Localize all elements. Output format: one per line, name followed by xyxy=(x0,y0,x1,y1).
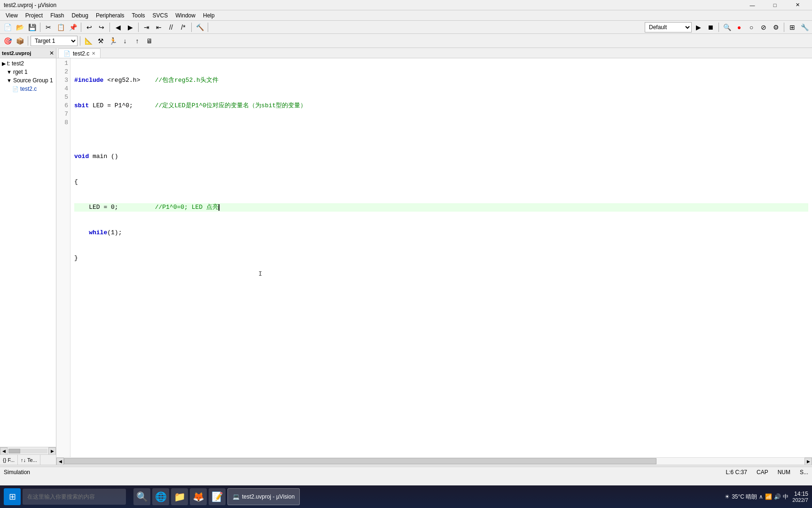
menu-flash[interactable]: Flash xyxy=(47,11,68,20)
menu-svcs[interactable]: SVCS xyxy=(149,11,172,20)
tray-network-icon[interactable]: 📶 xyxy=(765,493,772,500)
taskbar-icon-4-img: 🦊 xyxy=(193,491,204,502)
taskbar-icon-2[interactable]: 🌐 xyxy=(152,488,169,505)
debug-reset-button[interactable]: ⊘ xyxy=(758,22,769,33)
status-right: L:6 C:37 CAP NUM S... xyxy=(726,469,808,476)
tree-item-project[interactable]: ▶ t: test2 xyxy=(1,59,55,68)
undo-button[interactable]: ↩ xyxy=(84,22,95,33)
new-file-button[interactable]: 📄 xyxy=(2,22,13,33)
code-line-7: while(1); xyxy=(74,229,808,237)
taskbar-icon-5[interactable]: 📝 xyxy=(209,488,226,505)
close-button[interactable]: ✕ xyxy=(787,0,808,10)
taskbar-search-input[interactable] xyxy=(23,489,126,505)
code-line-1: #include <reg52.h> //包含reg52.h头文件 xyxy=(74,76,808,85)
code-editor[interactable]: 1 2 3 4 5 6 7 8 #include <reg52.h> //包含r… xyxy=(56,58,812,457)
code-panel: 📄 test2.c ✕ 1 2 3 4 5 6 7 8 #include <re… xyxy=(56,48,812,465)
menu-view[interactable]: View xyxy=(2,11,22,20)
status-num: NUM xyxy=(778,469,790,476)
hscroll-left-arrow[interactable]: ◀ xyxy=(56,458,64,465)
paste-button[interactable]: 📌 xyxy=(67,22,78,33)
save-button[interactable]: 💾 xyxy=(26,22,38,33)
title-bar: test2.uvproj - µVision — □ ✕ xyxy=(0,0,812,10)
indent-button[interactable]: ⇥ xyxy=(141,22,152,33)
left-panel-tabs: {} F... ↑↓ Te... xyxy=(0,454,56,465)
taskbar-icon-3[interactable]: 📁 xyxy=(171,488,188,505)
comment-button[interactable]: // xyxy=(165,22,177,33)
back-button[interactable]: ◀ xyxy=(112,22,124,33)
toolbar-sep-8 xyxy=(784,23,784,32)
build-config-select[interactable]: Default xyxy=(645,22,692,32)
debug-options-button[interactable]: ⚙ xyxy=(770,22,781,33)
toolbar2-btn2[interactable]: 📦 xyxy=(14,35,25,47)
menu-peripherals[interactable]: Peripherals xyxy=(92,11,128,20)
forward-button[interactable]: ▶ xyxy=(125,22,136,33)
redo-button[interactable]: ↪ xyxy=(96,22,107,33)
status-encoding: S... xyxy=(800,469,808,476)
toolbar2-btn4[interactable]: ⚒ xyxy=(95,35,106,47)
hscroll-right-arrow[interactable]: ▶ xyxy=(804,458,812,465)
debug-run-button[interactable]: ● xyxy=(734,22,745,33)
tray-volume-icon[interactable]: 🔊 xyxy=(774,493,781,500)
ln-4: 4 xyxy=(56,85,70,93)
menu-help[interactable]: Help xyxy=(199,11,219,20)
left-scroll-right[interactable]: ▶ xyxy=(48,447,56,455)
maximize-button[interactable]: □ xyxy=(764,0,786,10)
minimize-button[interactable]: — xyxy=(742,0,763,10)
view-options-button[interactable]: ⊞ xyxy=(787,22,798,33)
cut-button[interactable]: ✂ xyxy=(43,22,54,33)
open-button[interactable]: 📂 xyxy=(14,22,25,33)
menu-window[interactable]: Window xyxy=(172,11,199,20)
tree-item-file[interactable]: 📄 test2.c xyxy=(1,85,55,93)
debug-stop2-button[interactable]: ○ xyxy=(746,22,757,33)
left-hscroll[interactable]: ◀ ▶ xyxy=(0,447,56,454)
taskbar: ⊞ 🔍 🌐 📁 🦊 📝 💻 test2.uvproj - µVision ☀ xyxy=(0,485,812,508)
taskbar-icon-1[interactable]: 🔍 xyxy=(133,488,150,505)
left-scroll-left[interactable]: ◀ xyxy=(0,447,8,455)
code-content[interactable]: #include <reg52.h> //包含reg52.h头文件 sbit L… xyxy=(70,58,812,457)
toolbar-sep-5 xyxy=(191,23,192,32)
code-tab-test2c[interactable]: 📄 test2.c ✕ xyxy=(58,48,101,58)
toolbar1: 📄 📂 💾 ✂ 📋 📌 ↩ ↪ ◀ ▶ ⇥ ⇤ // /* 🔨 Default … xyxy=(0,21,812,34)
taskbar-active-app[interactable]: 💻 test2.uvproj - µVision xyxy=(227,488,300,505)
run-button[interactable]: ▶ xyxy=(693,22,704,33)
tree-item-target[interactable]: ▼ rget 1 xyxy=(1,68,55,76)
taskbar-icon-1-img: 🔍 xyxy=(136,491,148,502)
tab-templates[interactable]: ↑↓ Te... xyxy=(18,455,40,465)
hscroll-track xyxy=(64,458,804,465)
toolbar2-btn1[interactable]: 🎯 xyxy=(2,35,13,47)
settings-button[interactable]: 🔧 xyxy=(799,22,810,33)
menu-debug[interactable]: Debug xyxy=(68,11,92,20)
code-line-2: sbit LED = P1^0; //定义LED是P1^0位对应的变量名（为sb… xyxy=(74,102,808,110)
taskbar-start-area: ⊞ xyxy=(4,488,126,505)
search-button[interactable]: 🔍 xyxy=(721,22,733,33)
tree-item-source-group[interactable]: ▼ Source Group 1 xyxy=(1,76,55,85)
build-button[interactable]: 🔨 xyxy=(194,22,205,33)
toolbar-sep-7 xyxy=(718,23,719,32)
source-group-label: Source Group 1 xyxy=(13,77,53,84)
taskbar-icon-4[interactable]: 🦊 xyxy=(190,488,207,505)
start-button[interactable]: ⊞ xyxy=(4,488,21,505)
menu-tools[interactable]: Tools xyxy=(128,11,149,20)
code-line-5: { xyxy=(74,178,808,186)
tab-functions[interactable]: {} F... xyxy=(0,455,18,465)
target-select[interactable]: Target 1 xyxy=(31,36,78,46)
code-hscroll[interactable]: ◀ ▶ xyxy=(56,457,812,465)
uncomment-button[interactable]: /* xyxy=(178,22,189,33)
tray-lang[interactable]: 中 xyxy=(783,493,789,501)
tray-expand-icon[interactable]: ∧ xyxy=(759,493,763,500)
toolbar2-btn3[interactable]: 📐 xyxy=(83,35,94,47)
toolbar2-btn8[interactable]: 🖥 xyxy=(144,35,155,47)
outdent-button[interactable]: ⇤ xyxy=(153,22,164,33)
toolbar2-btn5[interactable]: 🏃 xyxy=(107,35,118,47)
stop-button[interactable]: ⏹ xyxy=(705,22,716,33)
menu-project[interactable]: Project xyxy=(22,11,47,20)
tab-label: test2.c xyxy=(73,50,89,57)
copy-button[interactable]: 📋 xyxy=(55,22,66,33)
project-panel-close[interactable]: ✕ xyxy=(49,50,54,56)
left-scroll-track xyxy=(8,449,47,453)
toolbar2-btn7[interactable]: ↑ xyxy=(132,35,143,47)
tab-close-icon[interactable]: ✕ xyxy=(92,51,95,56)
toolbar-sep-3 xyxy=(109,23,110,32)
toolbar2-btn6[interactable]: ↓ xyxy=(119,35,131,47)
clock[interactable]: 14:15 2022/7 xyxy=(792,491,808,503)
